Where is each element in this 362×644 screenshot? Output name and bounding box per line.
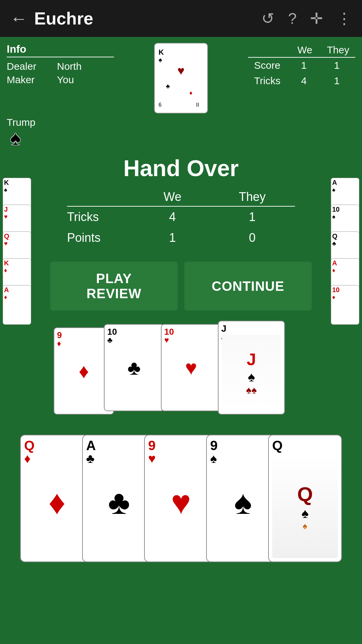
hand-over-title: Hand Over: [123, 155, 239, 181]
they-tricks-score: 1: [318, 73, 355, 89]
hand-card-qs[interactable]: Q ♠ Q ♠ ♠: [268, 435, 342, 562]
ho-tricks-row: Tricks 4 1: [67, 206, 295, 227]
top-bar-icons: ↺ ? ✛ ⋮: [261, 9, 352, 28]
top-bar: ← Euchre ↺ ? ✛ ⋮: [0, 0, 362, 37]
ho-points-label: Points: [67, 227, 135, 248]
ho-we-tricks: 4: [135, 206, 209, 227]
hand-over-box: Hand Over We They Tricks 4 1 Points 1: [44, 155, 318, 311]
svg-text:♦: ♦: [189, 90, 192, 96]
info-label: Info: [7, 43, 114, 57]
played-card-10c: 10 ♣ ♣: [104, 324, 164, 411]
ho-they-header: They: [209, 188, 295, 206]
score-row: Score 1 1: [248, 57, 355, 73]
maker-label: Maker: [7, 74, 47, 86]
svg-text:II: II: [196, 102, 199, 108]
action-buttons: PLAY REVIEW CONTINUE: [44, 262, 318, 311]
info-rows: Dealer North Maker You: [7, 61, 114, 86]
ho-points-row: Points 1 0: [67, 227, 295, 248]
they-score: 1: [318, 57, 355, 73]
ho-we-points: 1: [135, 227, 209, 248]
we-score: 1: [289, 57, 318, 73]
svg-text:♠: ♠: [159, 56, 162, 63]
help-icon[interactable]: ?: [288, 9, 297, 28]
played-card-10h: 10 ♥ ♥: [161, 324, 221, 411]
player-hand: Q ♦ ♦ A ♣ ♣ 9 ♥ ♥ 9 ♠ ♠ Q ♠ Q ♠: [0, 425, 362, 566]
hand-over-table: We They Tricks 4 1 Points 1 0: [67, 188, 295, 248]
ho-they-points: 0: [209, 227, 295, 248]
app-title: Euchre: [34, 8, 255, 29]
left-card-5: A ♦: [3, 285, 31, 325]
ho-they-tricks: 1: [209, 206, 295, 227]
dealer-row: Dealer North: [7, 61, 114, 72]
played-card-js: J ♠ J ♠ ♠♠: [218, 321, 285, 415]
ho-we-header: We: [135, 188, 209, 206]
center-card-area: K ♠ ♥ ♣ ♦ 6 II: [114, 43, 248, 113]
svg-text:♣: ♣: [166, 83, 170, 90]
dealer-label: Dealer: [7, 61, 47, 72]
ho-tricks-label: Tricks: [67, 206, 135, 227]
we-header: We: [289, 43, 318, 57]
tricks-label: Tricks: [248, 73, 289, 89]
trump-label: Trump: [7, 117, 36, 128]
back-button[interactable]: ←: [10, 8, 27, 29]
score-panel: We They Score 1 1 Tricks 4 1: [248, 43, 355, 89]
score-label: Score: [248, 57, 289, 73]
svg-text:K: K: [159, 48, 164, 56]
game-area: Info Dealer North Maker You K ♠: [0, 37, 362, 644]
add-icon[interactable]: ✛: [310, 9, 323, 28]
maker-value: You: [57, 74, 74, 86]
continue-button[interactable]: CONTINUE: [184, 262, 312, 311]
trump-area: Trump ♠: [0, 113, 362, 148]
right-card-5: 10 ♦: [331, 285, 359, 325]
played-cards-area: 9 ♦ ♦ 10 ♣ ♣ 10 ♥ ♥ J ♠ J ♠ ♠♠: [47, 321, 315, 418]
maker-row: Maker You: [7, 74, 114, 86]
info-panel: Info Dealer North Maker You: [7, 43, 114, 88]
we-tricks-score: 4: [289, 73, 318, 89]
svg-text:♥: ♥: [177, 64, 184, 77]
svg-text:6: 6: [159, 102, 162, 108]
they-header: They: [318, 43, 355, 57]
top-card: K ♠ ♥ ♣ ♦ 6 II: [154, 43, 208, 113]
info-section: Info Dealer North Maker You K ♠: [0, 37, 362, 113]
menu-icon[interactable]: ⋮: [337, 9, 352, 28]
play-review-button[interactable]: PLAY REVIEW: [50, 262, 178, 311]
score-table: We They Score 1 1 Tricks 4 1: [248, 43, 355, 89]
undo-icon[interactable]: ↺: [261, 9, 275, 28]
trump-suit-icon: ♠: [10, 128, 21, 148]
dealer-value: North: [57, 61, 81, 72]
tricks-row: Tricks 4 1: [248, 73, 355, 89]
